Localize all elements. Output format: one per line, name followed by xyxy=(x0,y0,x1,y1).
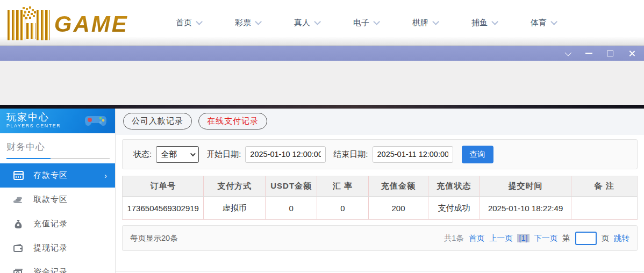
page-size-text: 每页显示20条 xyxy=(130,233,178,243)
table-cell: 1736504569302919 xyxy=(123,197,204,220)
status-select-value: 全部 xyxy=(161,149,188,160)
end-date-label: 结束日期: xyxy=(333,149,368,160)
table-cell: 支付成功 xyxy=(428,197,480,220)
start-date-input[interactable] xyxy=(245,146,326,163)
nav-item-4[interactable]: 棋牌 xyxy=(412,18,437,28)
finance-center-label: 财务中心 xyxy=(6,141,109,153)
nav-item-0[interactable]: 首页 xyxy=(176,18,201,28)
status-select[interactable]: 全部 xyxy=(156,146,199,163)
sidebar-item-label: 存款专区 xyxy=(33,170,68,181)
table-cell: 2025-01-10 18:22:49 xyxy=(480,197,571,220)
table-header-row: 订单号支付方式USDT金额汇 率充值金额充值状态提交时间备 注 xyxy=(123,176,638,197)
bottom-divider-line xyxy=(116,271,644,271)
sidebar-item-label: 取款专区 xyxy=(33,195,68,205)
nav-item-5[interactable]: 捕鱼 xyxy=(471,18,496,28)
sidebar-item-0[interactable]: 存款专区› xyxy=(0,163,115,188)
table-header-cell: 充值金额 xyxy=(368,176,428,197)
tab-1[interactable]: 在线支付记录 xyxy=(198,113,267,130)
tab-0[interactable]: 公司入款记录 xyxy=(123,113,192,130)
records-table: 订单号支付方式USDT金额汇 率充值金额充值状态提交时间备 注 17365045… xyxy=(122,176,638,220)
moneybag-icon xyxy=(13,219,24,229)
filter-panel: 状态: 全部 开始日期: 结束日期: 查询 xyxy=(122,139,638,169)
table-cell: 虚拟币 xyxy=(204,197,266,220)
logo-bars-right xyxy=(37,10,50,40)
main-content: 公司入款记录在线支付记录 状态: 全部 开始日期: 结束日期: 查询 订单号支付… xyxy=(116,109,644,273)
deposit-card-icon xyxy=(13,170,24,181)
finance-center-section: 财务中心 xyxy=(0,133,115,159)
table-header-cell: 提交时间 xyxy=(480,176,571,197)
section-underline xyxy=(6,158,110,159)
sidebar-item-4[interactable]: 资金记录 xyxy=(0,260,115,273)
search-button[interactable]: 查询 xyxy=(462,146,493,163)
chevron-down-icon xyxy=(196,18,203,25)
chevron-down-icon xyxy=(255,18,262,25)
nav-item-label: 首页 xyxy=(176,18,192,28)
chevron-right-icon: › xyxy=(104,171,108,180)
chevron-down-icon xyxy=(491,18,498,25)
window-maximize-icon[interactable] xyxy=(603,47,617,59)
nav-item-label: 电子 xyxy=(353,18,369,28)
table-header-cell: USDT金额 xyxy=(266,176,317,197)
players-center-banner: 玩家中心 PLAYERS CENTER xyxy=(0,109,115,133)
nav-item-label: 棋牌 xyxy=(412,18,428,28)
table-header-cell: 汇 率 xyxy=(317,176,369,197)
pagination-bar: 每页显示20条 共1条 首页 上一页 [1] 下一页 第 页 跳转 xyxy=(122,225,638,251)
window-titlebar xyxy=(0,46,644,61)
dark-divider-strip xyxy=(0,105,644,109)
nav-item-2[interactable]: 真人 xyxy=(294,18,319,28)
table-cell: 0 xyxy=(266,197,317,220)
chevron-down-icon xyxy=(314,18,321,25)
chevron-down-icon xyxy=(432,18,439,25)
sidebar-menu: 存款专区›取款专区充值记录提现记录资金记录 xyxy=(0,163,115,273)
jump-suffix-label: 页 xyxy=(602,233,610,243)
status-label: 状态: xyxy=(133,149,152,160)
next-page-link[interactable]: 下一页 xyxy=(534,233,558,243)
main-nav: 首页彩票真人电子棋牌捕鱼体育 xyxy=(176,18,555,28)
page-jump-input[interactable] xyxy=(575,232,597,245)
window-close-icon[interactable] xyxy=(625,47,639,59)
nav-item-3[interactable]: 电子 xyxy=(353,18,378,28)
prev-page-link[interactable]: 上一页 xyxy=(489,233,513,243)
sidebar-item-2[interactable]: 充值记录 xyxy=(0,212,115,236)
logo-text: H GAME xyxy=(54,0,150,40)
table-header-cell: 支付方式 xyxy=(204,176,266,197)
table-header-cell: 充值状态 xyxy=(428,176,480,197)
total-count-text: 共1条 xyxy=(444,233,464,243)
jump-prefix-label: 第 xyxy=(562,233,570,243)
window-minimize-icon[interactable] xyxy=(582,47,596,59)
chevron-down-icon xyxy=(550,18,557,25)
funds-icon xyxy=(13,267,24,273)
start-date-label: 开始日期: xyxy=(206,149,241,160)
window-dropdown-icon[interactable] xyxy=(560,47,574,59)
table-cell: 200 xyxy=(368,197,428,220)
nav-item-6[interactable]: 体育 xyxy=(531,18,555,28)
table-header-cell: 订单号 xyxy=(123,176,204,197)
record-tabs: 公司入款记录在线支付记录 xyxy=(116,109,644,135)
sidebar-item-3[interactable]: 提现记录 xyxy=(0,236,115,260)
chevron-down-icon xyxy=(190,151,196,156)
jump-button[interactable]: 跳转 xyxy=(614,233,629,243)
nav-item-1[interactable]: 彩票 xyxy=(235,18,260,28)
table-cell: 0 xyxy=(317,197,369,220)
nav-item-label: 捕鱼 xyxy=(471,18,488,28)
sidebar-item-1[interactable]: 取款专区 xyxy=(0,188,115,212)
table-cell xyxy=(571,197,638,220)
gamepad-icon xyxy=(84,113,108,128)
nav-item-label: 真人 xyxy=(294,18,310,28)
sidebar-item-label: 资金记录 xyxy=(33,267,68,273)
current-page-indicator[interactable]: [1] xyxy=(517,234,529,242)
chevron-down-icon xyxy=(373,18,380,25)
logo-dots-decoration xyxy=(23,7,25,9)
table-header-cell: 备 注 xyxy=(571,176,638,197)
logo-bars-middle xyxy=(26,23,35,39)
empty-gray-zone xyxy=(0,61,644,105)
end-date-input[interactable] xyxy=(373,146,453,163)
top-header: H GAME 首页彩票真人电子棋牌捕鱼体育 xyxy=(0,0,644,46)
nav-item-label: 彩票 xyxy=(235,18,251,28)
sidebar-item-label: 提现记录 xyxy=(33,243,68,253)
first-page-link[interactable]: 首页 xyxy=(469,233,484,243)
hh-game-logo[interactable]: H GAME xyxy=(8,6,150,40)
table-row: 1736504569302919虚拟币00200支付成功2025-01-10 1… xyxy=(123,197,638,220)
sidebar: 玩家中心 PLAYERS CENTER 财务中心 存款专区›取款专区充值记录提现… xyxy=(0,109,116,273)
withdraw-hand-icon xyxy=(13,195,24,205)
